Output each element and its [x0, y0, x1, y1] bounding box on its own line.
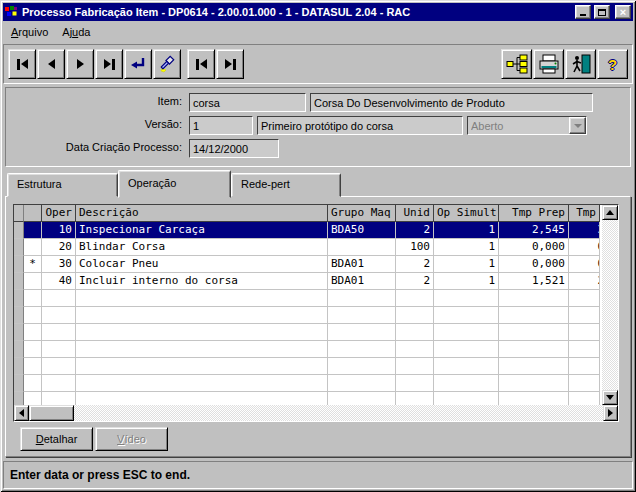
status-combobox-dropdown-button[interactable]: [569, 117, 586, 134]
scroll-right-button[interactable]: [603, 405, 618, 421]
next-record-button[interactable]: [66, 49, 94, 79]
row-marker: [14, 256, 24, 273]
item-label: Item:: [6, 95, 186, 107]
menubar: ArquivoAjuda: [3, 21, 633, 43]
data-criacao-field[interactable]: 14/12/2000: [189, 139, 279, 158]
structure-tree-button[interactable]: [501, 49, 532, 79]
app-icon: [5, 5, 19, 19]
column-header-op-simult: Op Simult: [434, 205, 499, 222]
row-marker: [14, 273, 24, 290]
detalhar-button-label: Detalhar: [36, 433, 78, 445]
row-marker: [14, 222, 24, 239]
chevron-down-icon: [574, 124, 582, 128]
first-detail-icon: [196, 59, 199, 70]
structure-tree-icon: [506, 54, 528, 74]
scroll-down-button[interactable]: [602, 390, 618, 405]
row-flag: [24, 222, 42, 239]
previous-record-button[interactable]: [37, 49, 65, 79]
minimize-icon: [580, 14, 586, 16]
close-icon: ×: [620, 7, 626, 17]
next-record-icon: [77, 59, 84, 69]
toolbar: ?: [3, 44, 633, 84]
vertical-scroll-track[interactable]: [602, 220, 618, 390]
table-row-empty[interactable]: [14, 392, 602, 405]
browse-grid: OperDescriçãoGrupo MaqUnidOp SimultTmp P…: [14, 205, 602, 405]
scroll-left-button[interactable]: [14, 405, 29, 421]
status-message: Enter data or press ESC to end.: [10, 468, 190, 482]
confirm-enter-button[interactable]: [124, 49, 152, 79]
operations-browse: OperDescriçãoGrupo MaqUnidOp SimultTmp P…: [13, 204, 619, 422]
column-header-tmp-prep: Tmp Prep: [499, 205, 569, 222]
versao-description-field[interactable]: Primeiro protótipo do corsa: [257, 116, 463, 135]
arrow-up-icon: [606, 210, 614, 215]
exit-door-icon: [570, 54, 592, 74]
first-record-button[interactable]: [8, 49, 36, 79]
last-record-button[interactable]: [95, 49, 123, 79]
titlebar: Processo Fabricação Item - DP0614 - 2.00…: [3, 3, 633, 21]
help-button[interactable]: ?: [597, 49, 628, 79]
horizontal-scrollbar[interactable]: [14, 405, 618, 421]
enter-arrow-icon: [129, 56, 147, 72]
last-detail-button[interactable]: [216, 49, 244, 79]
exit-button[interactable]: [565, 49, 596, 79]
horizontal-scroll-track[interactable]: [74, 405, 603, 421]
browse-header-row: OperDescriçãoGrupo MaqUnidOp SimultTmp P…: [14, 205, 602, 222]
arrow-left-icon: [19, 409, 24, 417]
window-title: Processo Fabricação Item - DP0614 - 2.00…: [22, 6, 572, 18]
maximize-icon: [598, 9, 606, 16]
statusbar: Enter data or press ESC to end.: [3, 461, 633, 489]
item-code-field[interactable]: corsa: [189, 93, 306, 112]
arrow-right-icon: [608, 409, 613, 417]
tab-rede-pert[interactable]: Rede-pert: [231, 173, 341, 197]
table-row-empty[interactable]: [14, 358, 602, 375]
help-icon: ?: [608, 56, 617, 73]
row-flag: [24, 273, 42, 290]
vertical-scrollbar[interactable]: [602, 205, 618, 405]
row-flag: *: [24, 256, 42, 273]
menu-item-ajuda[interactable]: Ajuda: [55, 23, 97, 41]
horizontal-scroll-thumb[interactable]: [29, 405, 74, 421]
previous-record-icon: [48, 59, 55, 69]
minimize-button[interactable]: [575, 5, 591, 19]
scroll-up-button[interactable]: [602, 205, 618, 220]
table-row[interactable]: 40Incluir interno do corsaBDA01211,5212: [14, 273, 602, 290]
table-row[interactable]: 20Blindar Corsa10010,0000: [14, 239, 602, 256]
browse-main: OperDescriçãoGrupo MaqUnidOp SimultTmp P…: [14, 205, 618, 405]
column-header-unid: Unid: [396, 205, 434, 222]
table-row[interactable]: 10Inspecionar CarcaçaBDA50212,5453: [14, 222, 602, 239]
maximize-button[interactable]: [594, 5, 610, 19]
tab-estrutura[interactable]: Estrutura: [7, 173, 118, 197]
first-record-icon: [17, 59, 20, 70]
row-marker: [14, 239, 24, 256]
table-row-empty[interactable]: [14, 290, 602, 307]
item-description-field[interactable]: Corsa Do Desenvolvimento de Produto: [310, 93, 593, 112]
status-combobox[interactable]: Aberto: [467, 116, 587, 135]
table-row-empty[interactable]: [14, 375, 602, 392]
print-button[interactable]: [533, 49, 564, 79]
column-header-descricao: Descrição: [76, 205, 328, 222]
table-row[interactable]: *30Colocar PneuBDA01210,0000: [14, 256, 602, 273]
video-button-label: Vídeo: [117, 433, 146, 445]
table-row-empty[interactable]: [14, 341, 602, 358]
header-form: Item: corsa Corsa Do Desenvolvimento de …: [5, 87, 631, 167]
menu-item-arquivo[interactable]: Arquivo: [4, 23, 55, 41]
print-icon: [538, 54, 560, 74]
video-button[interactable]: Vídeo: [95, 427, 168, 451]
data-criacao-label: Data Criação Processo:: [6, 141, 186, 153]
tab-operacao[interactable]: Operação: [118, 170, 231, 198]
last-record-icon: [104, 59, 111, 69]
table-row-empty[interactable]: [14, 307, 602, 324]
tabstrip: EstruturaOperaçãoRede-pert: [5, 169, 631, 197]
versao-label: Versão:: [6, 118, 186, 130]
close-button[interactable]: ×: [615, 5, 631, 19]
table-row-empty[interactable]: [14, 324, 602, 341]
search-flashlight-button[interactable]: [153, 49, 181, 79]
versao-field[interactable]: 1: [189, 116, 253, 135]
last-detail-icon: [225, 59, 232, 69]
row-flag: [24, 239, 42, 256]
application-window: Processo Fabricação Item - DP0614 - 2.00…: [0, 0, 636, 492]
column-header-tmp: Tmp: [569, 205, 600, 222]
detalhar-button[interactable]: Detalhar: [20, 427, 93, 451]
status-combobox-value: Aberto: [471, 119, 569, 133]
first-detail-button[interactable]: [187, 49, 215, 79]
